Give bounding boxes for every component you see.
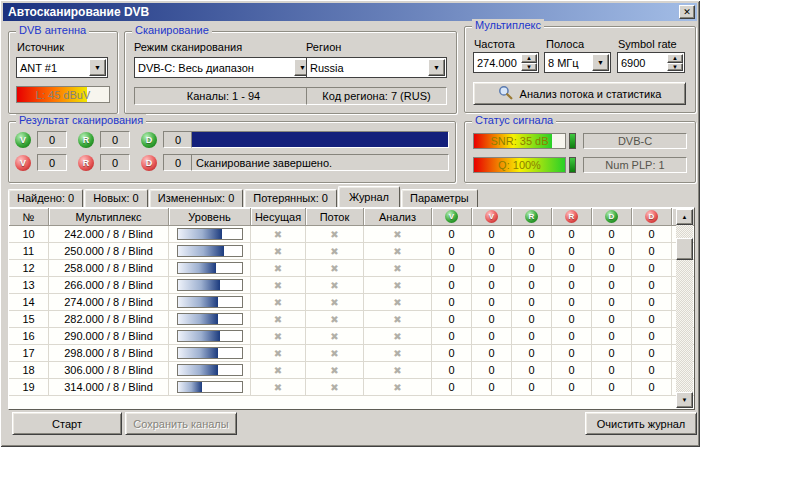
stream-x-icon: ✖ [306, 277, 364, 294]
antenna-level-text: L: 45 dBuV [17, 87, 109, 102]
journal-table: № Мультиплекс Уровень Несущая Поток Анал… [8, 207, 695, 410]
radio-fail-count: 0 [552, 328, 592, 345]
video-found-icon: V [15, 132, 31, 148]
stream-x-icon: ✖ [306, 294, 364, 311]
close-icon[interactable]: ✕ [679, 5, 695, 19]
tab[interactable]: Найдено: 0 [8, 189, 83, 207]
table-row[interactable]: 12 258.000 / 8 / Blind ✖ ✖ ✖ 0 0 0 0 0 0 [9, 260, 694, 277]
tab[interactable]: Новых: 0 [84, 189, 148, 207]
row-number: 16 [9, 328, 49, 345]
data-lost-icon: D [141, 155, 157, 171]
band-label: Полоса [546, 38, 584, 50]
table-row[interactable]: 15 282.000 / 8 / Blind ✖ ✖ ✖ 0 0 0 0 0 0 [9, 311, 694, 328]
col-header-multiplex[interactable]: Мультиплекс [49, 208, 169, 226]
frequency-label: Частота [474, 38, 515, 50]
table-row[interactable]: 19 314.000 / 8 / Blind ✖ ✖ ✖ 0 0 0 0 0 0 [9, 379, 694, 396]
col-header-data-fail[interactable]: D [632, 208, 672, 226]
carrier-x-icon: ✖ [251, 311, 306, 328]
symbol-rate-stepper[interactable]: 6900 ▲ ▼ [617, 52, 685, 73]
snr-peak-indicator [569, 133, 576, 149]
tab[interactable]: Измененных: 0 [149, 189, 244, 207]
scroll-up-icon[interactable]: ▲ [676, 209, 693, 225]
col-header-number[interactable]: № [9, 208, 49, 226]
tab[interactable]: Параметры [401, 189, 478, 207]
video-fail-count: 0 [472, 379, 512, 396]
row-multiplex: 250.000 / 8 / Blind [49, 243, 169, 260]
titlebar[interactable]: Автосканирование DVB ✕ [3, 3, 697, 21]
table-row[interactable]: 18 306.000 / 8 / Blind ✖ ✖ ✖ 0 0 0 0 0 0 [9, 362, 694, 379]
col-header-carrier[interactable]: Несущая [251, 208, 306, 226]
col-header-stream[interactable]: Поток [306, 208, 364, 226]
band-value: 8 МГц [545, 53, 591, 72]
chevron-down-icon[interactable]: ▼ [428, 59, 445, 76]
spin-up-icon[interactable]: ▲ [521, 54, 537, 63]
data-ok-count: 0 [592, 345, 632, 362]
table-row[interactable]: 11 250.000 / 8 / Blind ✖ ✖ ✖ 0 0 0 0 0 0 [9, 243, 694, 260]
clear-journal-button[interactable]: Очистить журнал [585, 412, 697, 435]
col-header-data-ok[interactable]: D [592, 208, 632, 226]
radio-found-count: 0 [100, 131, 130, 148]
group-caption: DVB антенна [16, 24, 89, 36]
table-row[interactable]: 17 298.000 / 8 / Blind ✖ ✖ ✖ 0 0 0 0 0 0 [9, 345, 694, 362]
radio-ok-count: 0 [512, 260, 552, 277]
radio-fail-count: 0 [552, 294, 592, 311]
level-bar [177, 330, 243, 342]
video-lost-icon: V [15, 155, 31, 171]
row-multiplex: 314.000 / 8 / Blind [49, 379, 169, 396]
data-ok-count: 0 [592, 226, 632, 243]
snr-meter: SNR: 35 dB [473, 133, 566, 149]
radio-ok-count: 0 [512, 294, 552, 311]
tab[interactable]: Потерянных: 0 [244, 189, 337, 207]
start-button[interactable]: Старт [12, 412, 122, 435]
analysis-x-icon: ✖ [364, 277, 432, 294]
row-level-cell [169, 345, 251, 362]
stream-x-icon: ✖ [306, 362, 364, 379]
col-header-video-ok[interactable]: V [432, 208, 472, 226]
spin-down-icon[interactable]: ▼ [521, 63, 537, 72]
frequency-stepper[interactable]: 274.000 ▲ ▼ [473, 52, 539, 73]
radio-fail-count: 0 [552, 345, 592, 362]
tab[interactable]: Журнал [338, 186, 400, 207]
group-scanning: Сканирование Режим сканирования DVB-C: В… [124, 31, 457, 114]
vertical-scrollbar[interactable]: ▲ ▼ [676, 209, 693, 408]
carrier-x-icon: ✖ [251, 362, 306, 379]
table-body: 10 242.000 / 8 / Blind ✖ ✖ ✖ 0 0 0 0 0 0 [9, 226, 694, 396]
source-select[interactable]: ANT #1 ▼ [16, 57, 108, 78]
table-row[interactable]: 10 242.000 / 8 / Blind ✖ ✖ ✖ 0 0 0 0 0 0 [9, 226, 694, 243]
spin-down-icon[interactable]: ▼ [667, 63, 683, 72]
level-bar [177, 347, 243, 359]
col-header-level[interactable]: Уровень [169, 208, 251, 226]
source-label: Источник [17, 41, 64, 53]
col-header-radio-ok[interactable]: R [512, 208, 552, 226]
video-ok-count: 0 [432, 328, 472, 345]
band-select[interactable]: 8 МГц ▼ [544, 52, 611, 73]
radio-ok-count: 0 [512, 345, 552, 362]
data-fail-count: 0 [632, 345, 672, 362]
radio-ok-count: 0 [512, 226, 552, 243]
video-fail-count: 0 [472, 226, 512, 243]
data-fail-count: 0 [632, 311, 672, 328]
group-multiplex: Мультиплекс Частота 274.000 ▲ ▼ Полоса 8… [464, 26, 696, 113]
level-bar [177, 245, 243, 257]
table-row[interactable]: 13 266.000 / 8 / Blind ✖ ✖ ✖ 0 0 0 0 0 0 [9, 277, 694, 294]
video-fail-count: 0 [472, 328, 512, 345]
chevron-down-icon[interactable]: ▼ [592, 54, 609, 71]
scrollbar-thumb[interactable] [676, 238, 693, 260]
row-level-cell [169, 311, 251, 328]
table-row[interactable]: 14 274.000 / 8 / Blind ✖ ✖ ✖ 0 0 0 0 0 0 [9, 294, 694, 311]
region-select[interactable]: Russia ▼ [306, 57, 447, 78]
chevron-down-icon[interactable]: ▼ [89, 59, 106, 76]
col-header-video-fail[interactable]: V [472, 208, 512, 226]
save-channels-button[interactable]: Сохранить каналы [125, 412, 237, 435]
table-row[interactable]: 16 290.000 / 8 / Blind ✖ ✖ ✖ 0 0 0 0 0 0 [9, 328, 694, 345]
analyze-stream-button[interactable]: Анализ потока и статистика [473, 82, 686, 105]
col-header-analysis[interactable]: Анализ [364, 208, 432, 226]
scan-mode-select[interactable]: DVB-C: Весь диапазон ▼ [134, 57, 313, 78]
radio-found-icon: R [78, 132, 94, 148]
row-level-cell [169, 277, 251, 294]
scroll-down-icon[interactable]: ▼ [676, 392, 693, 408]
video-fail-count: 0 [472, 260, 512, 277]
spin-up-icon[interactable]: ▲ [667, 54, 683, 63]
analysis-x-icon: ✖ [364, 294, 432, 311]
col-header-radio-fail[interactable]: R [552, 208, 592, 226]
